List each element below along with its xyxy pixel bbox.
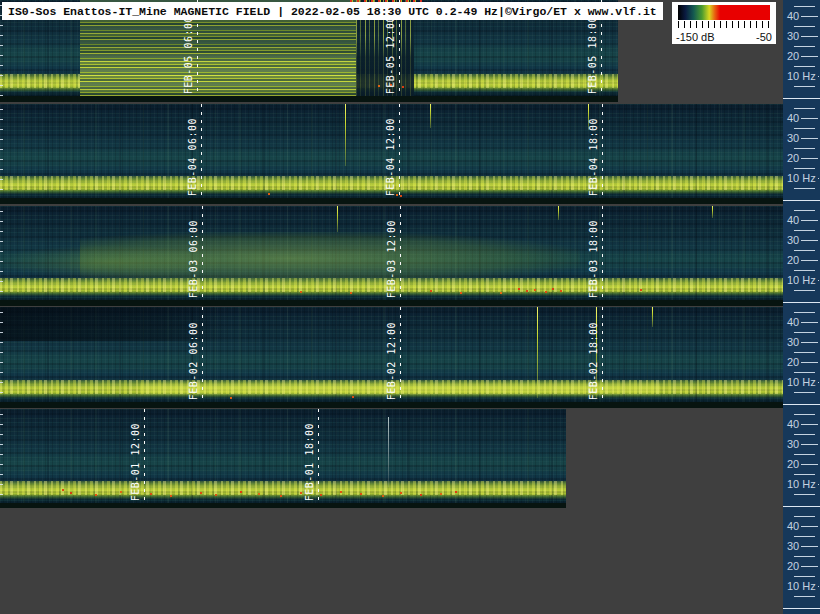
freq-tick-label: 10 Hz (787, 376, 816, 388)
vlf-spectrogram-page: FEB-05 06:00 FEB-05 12:00 FEB-05 18:00 F… (0, 0, 820, 614)
time-marker-label: FEB-04 18:00 (588, 118, 599, 196)
transient-spike (537, 307, 538, 398)
dashed-line (202, 206, 203, 300)
freq-tick-label: 40 (787, 520, 799, 532)
time-marker-label: FEB-02 12:00 (386, 322, 397, 400)
colorbar-ticks (678, 21, 770, 28)
colorbar-labels: -150 dB -50 (676, 31, 772, 43)
dashed-line (602, 307, 603, 402)
left-edge-ticks (0, 414, 3, 503)
dashed-line (602, 206, 603, 300)
intensity-colorbar: -150 dB -50 (672, 2, 776, 44)
freq-axis-section: 40 30 20 10 Hz (783, 405, 820, 507)
freq-tick-label: 40 (787, 418, 799, 430)
diffuse-activity-enhancement (0, 246, 220, 278)
freq-tick-label: 30 (787, 234, 799, 246)
time-marker-label: FEB-02 06:00 (188, 322, 199, 400)
title-bar: IS0-Sos Enattos-IT_Mine MAGNETIC FIELD |… (2, 2, 663, 20)
time-marker-label: FEB-05 06:00 (183, 16, 194, 94)
time-marker-label: FEB-01 12:00 (130, 423, 141, 501)
freq-tick-label: 10 Hz (787, 478, 816, 490)
transient-spike (430, 104, 431, 128)
colorbar-min-label: -150 dB (676, 31, 715, 43)
spectrogram-strip-feb02: FEB-02 06:00 FEB-02 12:00 FEB-02 18:00 (0, 307, 783, 408)
time-marker-label: FEB-02 18:00 (588, 322, 599, 400)
transient-spike (345, 104, 346, 166)
freq-tick-label: 30 (787, 336, 799, 348)
colorbar-gradient (678, 5, 770, 20)
time-marker-label: FEB-05 18:00 (587, 16, 598, 94)
freq-axis-section: 40 30 20 10 Hz (783, 99, 820, 201)
time-marker-label: FEB-04 06:00 (187, 118, 198, 196)
transient-spike (337, 206, 338, 232)
spectrogram-strip-feb04: FEB-04 06:00 FEB-04 12:00 FEB-04 18:00 (0, 104, 783, 204)
freq-tick-label: 10 Hz (787, 172, 816, 184)
burst-speckles (0, 409, 2, 411)
freq-tick-label: 10 Hz (787, 274, 816, 286)
freq-tick-label: 30 (787, 438, 799, 450)
freq-tick-label: 20 (787, 458, 799, 470)
time-marker-label: FEB-03 18:00 (588, 220, 599, 298)
freq-tick-label: 30 (787, 30, 799, 42)
transient-spike (558, 206, 559, 220)
freq-tick-label: 40 (787, 214, 799, 226)
freq-tick-label: 30 (787, 132, 799, 144)
time-marker-label: FEB-01 18:00 (304, 423, 315, 501)
burst-speckles (0, 307, 2, 309)
freq-tick-label: 20 (787, 152, 799, 164)
freq-tick-label: 40 (787, 112, 799, 124)
sub10hz-bright-band (0, 481, 566, 495)
freq-axis-section: 40 30 20 10 Hz (783, 303, 820, 405)
freq-axis-section: 40 30 20 10 Hz (783, 201, 820, 303)
dashed-line (202, 307, 203, 402)
left-edge-ticks (0, 109, 3, 198)
freq-tick-label: 30 (787, 540, 799, 552)
freq-tick-label: 40 (787, 316, 799, 328)
dashed-line (144, 409, 145, 503)
freq-tick-label: 20 (787, 50, 799, 62)
frequency-axis-column: 40 30 20 10 Hz 40 30 20 10 Hz 40 (783, 0, 820, 614)
page-title: IS0-Sos Enattos-IT_Mine MAGNETIC FIELD |… (8, 5, 657, 18)
freq-tick-label: 10 Hz (787, 580, 816, 592)
freq-tick-label: 20 (787, 254, 799, 266)
burst-speckles (0, 104, 2, 106)
freq-tick-label: 10 Hz (787, 70, 816, 82)
dashed-line (400, 206, 401, 300)
faint-transient (388, 417, 389, 487)
time-marker-label: FEB-03 12:00 (386, 220, 397, 298)
dashed-line (201, 104, 202, 198)
spectrogram-strip-feb01: FEB-01 12:00 FEB-01 18:00 (0, 409, 566, 508)
burst-speckles (0, 206, 2, 208)
dashed-line (400, 307, 401, 402)
transient-spike (712, 206, 713, 218)
freq-tick-label: 20 (787, 356, 799, 368)
left-edge-ticks (0, 312, 3, 402)
left-edge-ticks (0, 211, 3, 300)
time-marker-label: FEB-05 12:00 (385, 16, 396, 94)
dashed-line (602, 104, 603, 198)
freq-tick-label: 40 (787, 10, 799, 22)
time-marker-label: FEB-03 06:00 (188, 220, 199, 298)
freq-tick-label: 20 (787, 560, 799, 572)
colorbar-max-label: -50 (756, 31, 772, 43)
dashed-line (399, 104, 400, 198)
transient-spike (652, 307, 653, 327)
freq-axis-section: 40 30 20 10 Hz (783, 0, 820, 99)
freq-axis-section: 40 30 20 10 Hz (783, 507, 820, 609)
time-marker-label: FEB-04 12:00 (385, 118, 396, 196)
dashed-line (318, 409, 319, 503)
spectrogram-strip-feb03: FEB-03 06:00 FEB-03 12:00 FEB-03 18:00 (0, 206, 783, 306)
